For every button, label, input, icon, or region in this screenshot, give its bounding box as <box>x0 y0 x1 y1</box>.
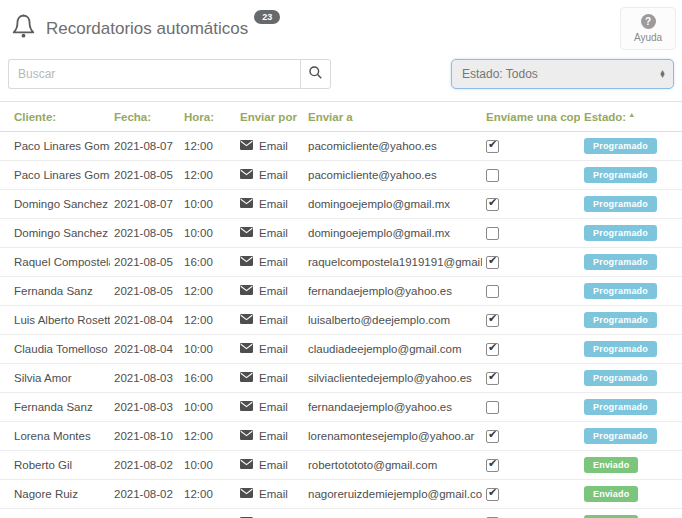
email-icon <box>240 169 253 181</box>
table-row: Fernanda Sanz 2021-08-03 10:00 Email fer… <box>0 393 682 422</box>
email-icon <box>240 314 253 326</box>
cell-cliente: Nagore Ruiz <box>0 509 110 518</box>
cell-enviar-a: claudiadeejemplo@gmail.com <box>304 335 482 364</box>
cell-cliente: Nagore Ruiz <box>0 480 110 509</box>
cell-enviar-a: fernandaejemplo@yahoo.es <box>304 277 482 306</box>
cell-fecha: 2021-08-05 <box>110 277 180 306</box>
copy-checkbox[interactable] <box>486 343 499 356</box>
column-header-estado[interactable]: Estado:▲ <box>580 102 682 132</box>
cell-fecha: 2021-08-07 <box>110 190 180 219</box>
status-badge: Programado <box>584 254 657 270</box>
status-badge: Programado <box>584 283 657 299</box>
cell-cliente: Paco Linares Gomez <box>0 132 110 161</box>
status-badge: Programado <box>584 428 657 444</box>
cell-enviar-a: robertotototo@gmail.com <box>304 451 482 480</box>
cell-enviar-a: nagoreruizdemiejemplo@gmail.com <box>304 480 482 509</box>
table-row: Domingo Sanchez 2021-08-05 10:00 Email d… <box>0 219 682 248</box>
cell-enviar-por: Email <box>259 169 288 181</box>
copy-checkbox[interactable] <box>486 256 499 269</box>
column-header-enviar-por[interactable]: Enviar por <box>236 102 304 132</box>
cell-fecha: 2021-08-04 <box>110 306 180 335</box>
cell-hora: 10:00 <box>180 335 236 364</box>
cell-enviar-a: raquelcompostela1919191@gmail.com <box>304 248 482 277</box>
cell-enviar-por: Email <box>259 401 288 413</box>
copy-checkbox[interactable] <box>486 198 499 211</box>
cell-fecha: 2021-08-07 <box>110 132 180 161</box>
cell-enviar-por: Email <box>259 140 288 152</box>
search-icon <box>308 65 323 83</box>
cell-fecha: 2021-08-10 <box>110 422 180 451</box>
email-icon <box>240 459 253 471</box>
cell-hora: 12:00 <box>180 132 236 161</box>
copy-checkbox[interactable] <box>486 227 499 240</box>
copy-checkbox[interactable] <box>486 372 499 385</box>
copy-checkbox[interactable] <box>486 285 499 298</box>
email-icon <box>240 227 253 239</box>
email-icon <box>240 372 253 384</box>
cell-enviar-por: Email <box>259 227 288 239</box>
cell-fecha: 2021-08-05 <box>110 248 180 277</box>
copy-checkbox[interactable] <box>486 401 499 414</box>
cell-enviar-a: pacomicliente@yahoo.es <box>304 132 482 161</box>
help-button[interactable]: ? Ayuda <box>620 7 676 50</box>
cell-fecha: 2021-08-05 <box>110 219 180 248</box>
column-header-hora[interactable]: Hora: <box>180 102 236 132</box>
status-badge: Programado <box>584 167 657 183</box>
status-badge: Programado <box>584 196 657 212</box>
cell-enviar-a: lorenamontesejemplo@yahoo.ar <box>304 422 482 451</box>
top-bar: Recordatorios automáticos 23 ? Ayuda <box>0 0 682 50</box>
column-header-cliente[interactable]: Cliente: <box>0 102 110 132</box>
copy-checkbox[interactable] <box>486 488 499 501</box>
cell-fecha: 2021-08-02 <box>110 480 180 509</box>
column-header-copia[interactable]: Envíame una copia <box>482 102 580 132</box>
table-row: Paco Linares Gomez 2021-08-07 12:00 Emai… <box>0 132 682 161</box>
bell-icon <box>10 12 37 45</box>
cell-cliente: Fernanda Sanz <box>0 393 110 422</box>
cell-hora: 10:00 <box>180 190 236 219</box>
copy-checkbox[interactable] <box>486 459 499 472</box>
cell-enviar-a: fernandaejemplo@yahoo.es <box>304 393 482 422</box>
copy-checkbox[interactable] <box>486 140 499 153</box>
cell-enviar-a: pacomicliente@yahoo.es <box>304 161 482 190</box>
status-filter-select[interactable]: Estado: Todos ▲▼ <box>451 59 674 89</box>
email-icon <box>240 488 253 500</box>
copy-checkbox[interactable] <box>486 430 499 443</box>
cell-hora: 12:00 <box>180 277 236 306</box>
table-row: Domingo Sanchez 2021-08-07 10:00 Email d… <box>0 190 682 219</box>
cell-cliente: Luis Alberto Rosetti <box>0 306 110 335</box>
search-input[interactable] <box>8 59 300 89</box>
count-badge: 23 <box>254 10 280 24</box>
cell-cliente: Claudia Tomelloso <box>0 335 110 364</box>
cell-cliente: Domingo Sanchez <box>0 219 110 248</box>
search-button[interactable] <box>300 59 331 89</box>
table-row: Roberto Gil 2021-08-02 10:00 Email rober… <box>0 451 682 480</box>
email-icon <box>240 140 253 152</box>
status-badge: Programado <box>584 341 657 357</box>
cell-enviar-a: luisalberto@deejemplo.com <box>304 306 482 335</box>
cell-fecha: 2021-08-01 <box>110 509 180 518</box>
sort-asc-icon: ▲ <box>628 111 635 118</box>
cell-fecha: 2021-08-05 <box>110 161 180 190</box>
copy-checkbox[interactable] <box>486 314 499 327</box>
status-badge: Programado <box>584 138 657 154</box>
status-badge: Programado <box>584 225 657 241</box>
cell-hora: 12:00 <box>180 306 236 335</box>
email-icon <box>240 430 253 442</box>
email-icon <box>240 256 253 268</box>
copy-checkbox[interactable] <box>486 169 499 182</box>
email-icon <box>240 401 253 413</box>
cell-fecha: 2021-08-04 <box>110 335 180 364</box>
cell-enviar-a: nagoreruizdemiejemplo@gmail.com <box>304 509 482 518</box>
column-header-enviar-a[interactable]: Enviar a <box>304 102 482 132</box>
cell-enviar-a: silviaclientedejemplo@yahoo.es <box>304 364 482 393</box>
cell-enviar-por: Email <box>259 314 288 326</box>
cell-enviar-por: Email <box>259 343 288 355</box>
cell-fecha: 2021-08-03 <box>110 364 180 393</box>
column-header-fecha[interactable]: Fecha: <box>110 102 180 132</box>
table-row: Luis Alberto Rosetti 2021-08-04 12:00 Em… <box>0 306 682 335</box>
email-icon <box>240 198 253 210</box>
cell-enviar-por: Email <box>259 459 288 471</box>
cell-hora: 12:00 <box>180 422 236 451</box>
email-icon <box>240 343 253 355</box>
cell-enviar-a: domingoejemplo@gmail.mx <box>304 219 482 248</box>
